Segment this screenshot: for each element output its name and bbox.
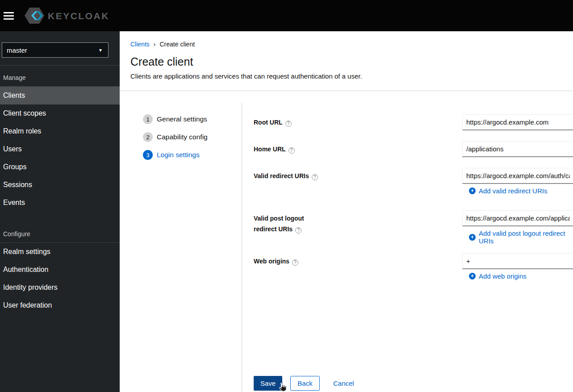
- help-icon[interactable]: ?: [289, 147, 295, 154]
- nav-section-manage: Manage Clients Client scopes Realm roles…: [0, 73, 120, 212]
- web-origins-input[interactable]: [462, 253, 573, 269]
- step-number-badge: 3: [143, 150, 153, 160]
- sidebar-item-clients[interactable]: Clients: [0, 87, 120, 104]
- wizard-step-login-settings[interactable]: 3 Login settings: [143, 150, 208, 160]
- page-subtitle: Clients are applications and services th…: [130, 72, 362, 80]
- breadcrumb: Clients › Create client: [130, 41, 195, 48]
- step-label: General settings: [157, 115, 207, 123]
- realm-selector[interactable]: master ▼: [2, 42, 109, 58]
- brand-text: KEYCLOAK: [48, 11, 109, 21]
- step-number-badge: 2: [143, 132, 153, 142]
- wizard-steps: 1 General settings 2 Capability config 3…: [143, 114, 208, 168]
- sidebar-item-realm-settings[interactable]: Realm settings: [0, 243, 120, 261]
- nav-toggle-button[interactable]: [4, 9, 17, 22]
- post-logout-redirect-uris-label: Valid post logout redirect URIs?: [254, 210, 324, 234]
- add-post-logout-redirect-uris-link[interactable]: + Add valid post logout redirect URIs: [469, 229, 573, 245]
- nav-section-title: Manage: [0, 73, 120, 82]
- nav-section-configure: Configure Realm settings Authentication …: [0, 229, 120, 314]
- sidebar: master ▼ Manage Clients Client scopes Re…: [0, 31, 120, 392]
- root-url-label: Root URL?: [254, 114, 324, 128]
- sidebar-item-events[interactable]: Events: [0, 194, 120, 212]
- page-title: Create client: [130, 55, 193, 68]
- help-icon[interactable]: ?: [295, 227, 301, 234]
- save-button[interactable]: Save: [254, 376, 282, 391]
- home-url-input[interactable]: [462, 141, 573, 157]
- sidebar-item-users[interactable]: Users: [0, 140, 120, 158]
- step-number-badge: 1: [143, 114, 153, 124]
- header-divider: [120, 91, 573, 91]
- sidebar-item-groups[interactable]: Groups: [0, 158, 120, 176]
- sidebar-item-client-scopes[interactable]: Client scopes: [0, 104, 120, 122]
- add-web-origins-link[interactable]: + Add web origins: [469, 272, 527, 280]
- plus-circle-icon: +: [469, 188, 476, 194]
- breadcrumb-clients-link[interactable]: Clients: [130, 41, 150, 48]
- help-icon[interactable]: ?: [292, 259, 298, 266]
- nav-section-title: Configure: [0, 229, 120, 238]
- root-url-input[interactable]: [462, 114, 573, 130]
- plus-circle-icon: +: [469, 234, 476, 241]
- step-label: Capability config: [157, 133, 208, 141]
- wizard-divider: [242, 103, 242, 392]
- chevron-down-icon: ▼: [98, 48, 103, 53]
- cancel-button[interactable]: Cancel: [333, 376, 354, 391]
- sidebar-item-realm-roles[interactable]: Realm roles: [0, 122, 120, 140]
- add-valid-redirect-uris-link[interactable]: + Add valid redirect URIs: [469, 187, 547, 195]
- help-icon[interactable]: ?: [285, 121, 292, 127]
- valid-redirect-uris-label: Valid redirect URIs?: [254, 168, 324, 181]
- plus-circle-icon: +: [469, 273, 476, 279]
- home-url-label: Home URL?: [254, 141, 324, 154]
- back-button[interactable]: Back: [290, 376, 320, 391]
- hamburger-icon: [4, 12, 14, 13]
- valid-redirect-uris-input[interactable]: [462, 168, 573, 184]
- realm-name: master: [7, 46, 27, 54]
- wizard-step-capability-config[interactable]: 2 Capability config: [143, 132, 208, 142]
- main-content: Clients › Create client Create client Cl…: [120, 31, 573, 392]
- sidebar-item-identity-providers[interactable]: Identity providers: [0, 279, 120, 296]
- sidebar-divider: [0, 65, 120, 66]
- sidebar-item-sessions[interactable]: Sessions: [0, 176, 120, 194]
- keycloak-admin-console: KEYCLOAK master ▼ Manage Clients Client …: [0, 0, 573, 392]
- web-origins-label: Web origins?: [254, 253, 324, 267]
- masthead: KEYCLOAK: [0, 0, 573, 31]
- wizard-step-general-settings[interactable]: 1 General settings: [143, 114, 208, 124]
- breadcrumb-separator-icon: ›: [154, 41, 156, 48]
- breadcrumb-current: Create client: [159, 41, 195, 48]
- post-logout-redirect-uris-input[interactable]: [462, 210, 573, 226]
- sidebar-item-authentication[interactable]: Authentication: [0, 261, 120, 279]
- keycloak-logo: KEYCLOAK: [25, 7, 123, 26]
- help-icon[interactable]: ?: [312, 174, 318, 180]
- step-label: Login settings: [157, 151, 200, 159]
- sidebar-item-user-federation[interactable]: User federation: [0, 296, 120, 314]
